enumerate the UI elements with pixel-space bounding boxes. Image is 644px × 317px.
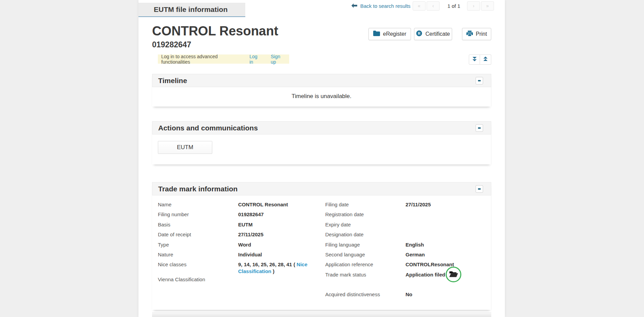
previous-result-button[interactable]: ‹ (427, 1, 440, 11)
back-arrow-icon (351, 3, 357, 9)
timeline-collapse-button[interactable] (476, 77, 483, 84)
table-row: Filing date 27/11/2025 (325, 200, 485, 210)
field-value: Word (238, 240, 325, 248)
eregister-label: eRegister (383, 31, 406, 37)
trademark-collapse-button[interactable] (476, 185, 483, 193)
double-chevron-down-icon (472, 57, 477, 63)
field-label: Designation date (325, 230, 406, 238)
trademark-section-title: Trade mark information (158, 185, 237, 193)
field-value: English (406, 240, 485, 248)
actions-collapse-button[interactable] (476, 124, 483, 132)
field-label: Acquired distinctiveness (325, 290, 406, 298)
trademark-info-left-column: Name CONTROL Resonant Filing number 0192… (152, 200, 325, 304)
table-row: Expiry date (325, 220, 485, 230)
field-value: 019282647 (238, 210, 325, 218)
table-row: Nature Individual (158, 250, 325, 260)
field-value (238, 275, 325, 276)
minus-icon (478, 188, 481, 190)
certificate-label: Certificate (425, 31, 450, 37)
login-banner-message: Log in to access advanced functionalitie… (161, 54, 242, 65)
folder-icon (373, 31, 380, 37)
field-label: Trade mark status (325, 270, 406, 278)
table-row: Second language German (325, 250, 485, 260)
log-in-link[interactable]: Log in (249, 54, 262, 65)
table-row: Filing number 019282647 (158, 210, 325, 220)
expand-all-button[interactable] (469, 54, 480, 65)
trademark-info-table: Name CONTROL Resonant Filing number 0192… (152, 195, 491, 310)
table-row: Type Word (158, 240, 325, 250)
eutm-file-information-tab[interactable]: EUTM file information (138, 3, 245, 17)
field-label: Nature (158, 250, 238, 258)
trademark-section-header: Trade mark information (152, 182, 491, 195)
sign-up-link[interactable]: Sign up (271, 54, 286, 65)
table-row: Application reference CONTROLResonant (325, 260, 485, 270)
actions-body: EUTM (152, 134, 491, 164)
actions-communications-section: Actions and communications EUTM (152, 121, 491, 164)
field-value: 9, 14, 16, 25, 26, 28, 41 ( Nice Classif… (238, 260, 320, 275)
field-label: Filing date (325, 200, 406, 208)
field-value: CONTROL Resonant (238, 200, 325, 208)
field-label: Second language (325, 250, 406, 258)
pager-position-label: 1 of 1 (443, 3, 464, 9)
field-value (406, 230, 485, 231)
eregister-button[interactable]: eRegister (368, 28, 411, 40)
nice-classes-suffix: ) (271, 268, 275, 274)
nice-classes-numbers: 9, 14, 16, 25, 26, 28, 41 ( (238, 261, 297, 267)
field-label: Name (158, 200, 238, 208)
field-label: Date of receipt (158, 230, 238, 238)
last-result-button[interactable]: » (481, 1, 494, 11)
trademark-info-right-column: Filing date 27/11/2025 Registration date… (325, 200, 485, 304)
eutm-actions-tab[interactable]: EUTM (158, 141, 212, 154)
field-label: Type (158, 240, 238, 248)
accordion-controls (469, 54, 491, 65)
table-row-nice-classes: Nice classes 9, 14, 16, 25, 26, 28, 41 (… (158, 260, 325, 275)
status-text: Application filed (406, 272, 445, 278)
next-result-button[interactable]: › (467, 1, 480, 11)
field-value: No (406, 290, 485, 298)
collapse-all-button[interactable] (480, 54, 491, 65)
registered-mark-icon: R (416, 30, 422, 38)
trademark-name-title: CONTROL Resonant (152, 24, 278, 38)
table-row: Date of receipt 27/11/2025 (158, 230, 325, 240)
field-label: Application reference (325, 260, 406, 268)
main-content: EUTM file information Back to search res… (138, 0, 505, 317)
timeline-section-title: Timeline (158, 77, 187, 84)
table-row-status: Trade mark status Application filed (325, 270, 485, 280)
field-value: Individual (238, 250, 325, 258)
field-label: Filing number (158, 210, 238, 218)
minus-icon (478, 80, 481, 81)
field-value: 27/11/2025 (238, 230, 325, 238)
table-row: Acquired distinctiveness No (325, 290, 485, 300)
actions-section-title: Actions and communications (158, 124, 258, 132)
table-row: Registration date (325, 210, 485, 220)
first-result-button[interactable]: « (413, 1, 426, 11)
double-chevron-up-icon (483, 57, 488, 63)
print-button[interactable]: Print (462, 28, 491, 40)
table-row: Filing language English (325, 240, 485, 250)
trademark-information-section: Trade mark information Name CONTROL Reso… (152, 182, 491, 310)
field-label: Vienna Classification (158, 275, 238, 283)
timeline-body: Timeline is unavailable. (152, 87, 491, 107)
application-number: 019282647 (152, 40, 191, 49)
field-label: Filing language (325, 240, 406, 248)
table-row: Designation date (325, 230, 485, 240)
next-section-partial-header (152, 312, 491, 317)
field-value (406, 210, 485, 211)
printer-icon (466, 31, 473, 38)
application-filed-status-icon (446, 267, 461, 282)
field-label: Registration date (325, 210, 406, 218)
back-to-search-results-link[interactable]: Back to search results (351, 3, 411, 9)
field-value: EUTM (238, 220, 325, 228)
back-link-label: Back to search results (360, 3, 411, 9)
table-row: Vienna Classification (158, 275, 325, 285)
field-value (406, 220, 485, 221)
field-value: CONTROLResonant (406, 260, 485, 268)
trade-mark-status-value: Application filed (406, 270, 485, 278)
timeline-section: Timeline Timeline is unavailable. (152, 74, 491, 107)
actions-section-header: Actions and communications (152, 121, 491, 134)
table-row: Name CONTROL Resonant (158, 200, 325, 210)
print-label: Print (476, 31, 487, 37)
field-label: Basis (158, 220, 238, 228)
certificate-button[interactable]: R Certificate (414, 28, 452, 40)
timeline-unavailable-message: Timeline is unavailable. (292, 93, 351, 99)
